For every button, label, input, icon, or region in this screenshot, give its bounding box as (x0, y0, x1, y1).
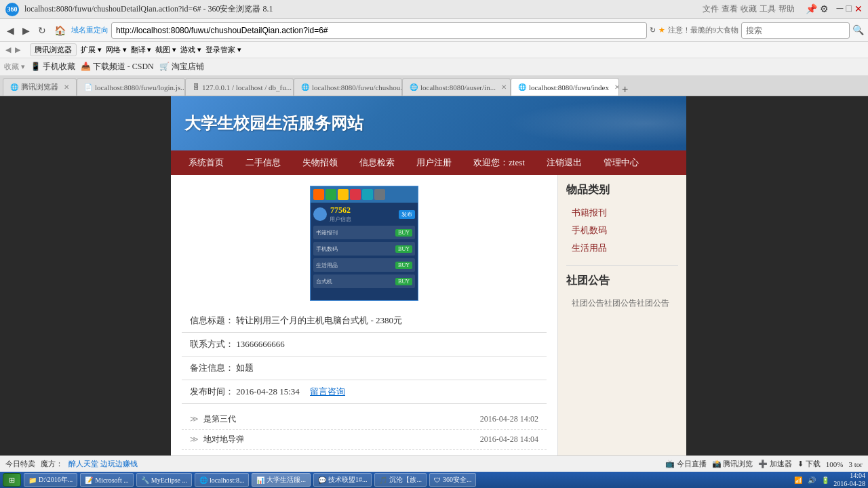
tab-close-btn[interactable]: ✕ (614, 83, 619, 91)
tab-label: localhost:8080/fuwu/index (529, 83, 609, 92)
tab-db[interactable]: 🗄 127.0.0.1 / localhost / db_fu... ✕ (185, 78, 294, 96)
product-image: 77562 用户信息 发布 书籍报刊 BUY 手机数码 (310, 186, 418, 301)
bookmark-csdn[interactable]: 📥 下载频道 - CSDN (81, 61, 154, 73)
ext-expand-btn[interactable]: 扩展 ▾ (81, 45, 102, 55)
left-gutter (0, 96, 171, 472)
site-nav: 系统首页 二手信息 失物招领 信息检索 用户注册 欢迎您：ztest 注销退出 … (171, 150, 686, 175)
login-btn[interactable]: 登录管家 ▾ (205, 45, 241, 55)
consult-link-text[interactable]: 留言咨询 (310, 386, 345, 396)
tencent-browser-btn[interactable]: 腾讯浏览器 (30, 43, 77, 56)
refresh-icon[interactable]: ↻ (650, 26, 656, 35)
new-tab-btn[interactable]: + (619, 83, 631, 96)
info-contact-cell: 联系方式： 13666666666 (182, 333, 547, 357)
menu-help[interactable]: 帮助 (778, 3, 795, 15)
remark-value: 如题 (236, 363, 254, 373)
taskbar-tech[interactable]: 💬技术联盟1#... (313, 473, 372, 487)
tab-close-btn[interactable]: ✕ (501, 83, 507, 91)
tray-volume[interactable]: 🔊 (806, 474, 817, 485)
search-icon[interactable]: 🔍 (852, 24, 864, 36)
comment-text: 是第三代 (203, 414, 236, 424)
comment-left: ≫ 是第三代 (190, 413, 236, 425)
info-title-value: 转让刚用三个月的主机电脑台式机 - 2380元 (236, 315, 402, 325)
forward-button[interactable]: ▶ (20, 24, 33, 37)
tab-label: localhost:8080/auser/in... (420, 83, 496, 92)
menu-file[interactable]: 文件 (703, 3, 719, 15)
bookmark-domain-btn[interactable]: 域名重定向 (71, 25, 108, 35)
pin-icon[interactable]: 📌 (806, 3, 817, 15)
taskbar-browser[interactable]: 🌐localhost:8... (195, 473, 249, 487)
tray-battery[interactable]: 🔋 (820, 474, 831, 485)
taskbar-student[interactable]: 📊大学生活服... (252, 473, 311, 487)
tab-auser[interactable]: 🌐 localhost:8080/auser/in... ✕ (402, 78, 511, 96)
minimize-btn[interactable]: ─ (837, 3, 844, 15)
consult-link[interactable]: 留言咨询 (310, 386, 345, 396)
bookmark-mobile[interactable]: 📱 手机收藏 (31, 61, 75, 73)
tab-login[interactable]: 📄 localhost:8080/fuwu/login.js... ✕ (77, 78, 185, 96)
next-page-btn[interactable]: ▶ (15, 45, 20, 54)
category-mobile[interactable]: 手机数码 (566, 222, 678, 239)
status-today[interactable]: 今日特卖 (5, 459, 35, 469)
taskbar-security[interactable]: 🛡360安全... (429, 473, 477, 487)
site-title: 大学生校园生活服务网站 (184, 113, 363, 134)
site-header: 大学生校园生活服务网站 (171, 96, 686, 150)
notice-title: 社团公告 (566, 274, 678, 288)
status-download[interactable]: ⬇ 下载 (797, 459, 821, 469)
nav-secondhand[interactable]: 二手信息 (235, 150, 292, 175)
taskbar-word[interactable]: 📝Microsoft ... (80, 473, 133, 487)
info-row-remark: 备注信息： 如题 (182, 357, 547, 380)
nav-admin[interactable]: 管理中心 (593, 150, 650, 175)
nav-lostfound[interactable]: 失物招领 (292, 150, 349, 175)
address-input[interactable] (111, 22, 647, 39)
comment-row-2: ≫ 地对地导弹 2016-04-28 14:04 (182, 430, 547, 450)
taskbar-music[interactable]: 🎵沉沦【族... (374, 473, 427, 487)
sidebar-divider (566, 265, 678, 266)
menu-favorites[interactable]: 收藏 (741, 3, 757, 15)
taskbar-folder[interactable]: 📁D:\2016年... (24, 473, 77, 487)
status-3tor: 3 tor (849, 460, 863, 468)
category-daily[interactable]: 生活用品 (566, 239, 678, 257)
star-icon[interactable]: ★ (658, 26, 665, 35)
status-magic: 魔方： (41, 459, 63, 469)
start-button[interactable]: ⊞ (3, 473, 21, 487)
nav-logout[interactable]: 注销退出 (536, 150, 593, 175)
status-addons[interactable]: ➕ 加速器 (758, 459, 792, 469)
tab-index[interactable]: 🌐 localhost:8080/fuwu/index ✕ (511, 78, 619, 96)
nav-search[interactable]: 信息检索 (349, 150, 406, 175)
menu-tools[interactable]: 工具 (760, 3, 776, 15)
tab-icon: 🌐 (10, 83, 18, 91)
refresh-button[interactable]: ↻ (35, 24, 49, 37)
nav-welcome[interactable]: 欢迎您：ztest (462, 150, 536, 175)
prev-page-btn[interactable]: ◀ (5, 45, 11, 54)
status-screen-btn[interactable]: 📺 今日直播 (665, 459, 707, 469)
taskbar-folder-label: D:\2016年... (39, 475, 73, 485)
tab-close-btn[interactable]: ✕ (64, 83, 69, 91)
status-link[interactable]: 醉人天堂 边玩边赚钱 (68, 459, 138, 469)
taskbar-tray: 📶 🔊 🔋 14:04 2016-04-28 (793, 472, 865, 488)
tab-tencent[interactable]: 🌐 腾讯浏览器 ✕ (3, 78, 77, 96)
nav-register[interactable]: 用户注册 (406, 150, 462, 175)
nav-home[interactable]: 系统首页 (178, 150, 235, 175)
network-btn[interactable]: 网络 ▾ (106, 45, 127, 55)
settings-icon[interactable]: ⚙ (820, 3, 829, 15)
screenshot-btn[interactable]: 截图 ▾ (155, 45, 176, 55)
tray-datetime[interactable]: 14:04 2016-04-28 (833, 472, 865, 488)
home-button[interactable]: 🏠 (52, 24, 68, 37)
info-row-publish: 发布时间： 2016-04-28 15:34 留言咨询 (182, 380, 547, 404)
taskbar-eclipse[interactable]: 🔧MyEclipse ... (136, 473, 192, 487)
translate-btn[interactable]: 翻译 ▾ (131, 45, 152, 55)
main-content: 77562 用户信息 发布 书籍报刊 BUY 手机数码 (171, 175, 686, 472)
tab-chushou[interactable]: 🌐 localhost:8080/fuwu/chushou... ✕ (294, 78, 402, 96)
notice-text: 注意！最脆的9大食物 (668, 25, 739, 35)
tab-icon: 📄 (84, 83, 92, 91)
status-capture[interactable]: 📸 腾讯浏览 (712, 459, 753, 469)
search-input[interactable] (741, 22, 850, 39)
tab-icon: 🌐 (410, 83, 418, 91)
category-books[interactable]: 书籍报刊 (566, 204, 678, 222)
menu-view[interactable]: 查看 (722, 3, 738, 15)
bookmark-taobao[interactable]: 🛒 淘宝店铺 (159, 61, 204, 73)
tray-network[interactable]: 📶 (793, 474, 804, 485)
close-btn[interactable]: ✕ (854, 3, 863, 15)
maximize-btn[interactable]: □ (846, 3, 852, 15)
back-button[interactable]: ◀ (4, 24, 17, 37)
games-btn[interactable]: 游戏 ▾ (180, 45, 201, 55)
